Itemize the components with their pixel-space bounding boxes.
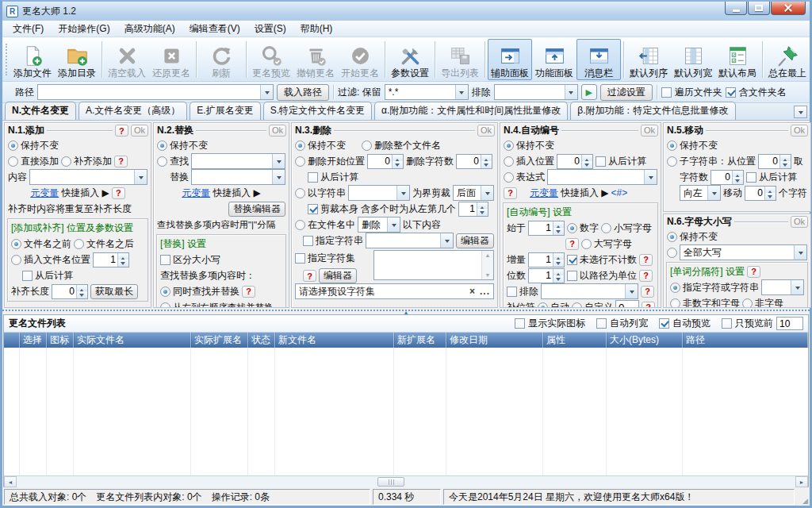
chevron-down-icon[interactable] [455, 85, 468, 99]
tab-overflow-button[interactable] [794, 106, 807, 118]
chevron-down-icon[interactable] [565, 85, 577, 99]
clear-loaded-button[interactable]: 清空载入 [105, 39, 149, 80]
help-button[interactable]: ? [747, 266, 760, 278]
aux-panel-toggle[interactable]: 辅助面板 [488, 39, 532, 80]
exclude-filter-combo[interactable] [494, 84, 578, 100]
n1-from-end-checkbox[interactable] [22, 271, 33, 281]
n2-find-radio[interactable] [157, 156, 167, 167]
n4-custom-pad-input[interactable] [615, 300, 639, 309]
refresh-button[interactable]: 刷新 [199, 39, 243, 80]
help-button[interactable]: ? [641, 286, 654, 298]
n3-charset-box[interactable]: ▲▼ [373, 250, 494, 280]
minimize-button[interactable] [725, 2, 747, 15]
ok-button[interactable]: Ok [791, 216, 808, 228]
column-real-filename[interactable]: 实际文件名 [74, 333, 191, 348]
column-path[interactable]: 路径 [683, 333, 808, 348]
always-on-top-button[interactable]: 总在最上 [765, 39, 810, 80]
n5-count-spinner[interactable] [710, 170, 744, 185]
column-icon[interactable]: 图标 [47, 333, 74, 348]
n3-keep-radio[interactable] [295, 140, 305, 151]
ok-button[interactable]: Ok [477, 125, 495, 137]
close-button[interactable] [771, 2, 806, 15]
n6-spec-char-radio[interactable] [670, 283, 680, 293]
n6-keep-radio[interactable] [667, 232, 677, 242]
preview-limit-checkbox[interactable]: 只预览前 [722, 317, 803, 330]
n4-custom-pad-radio[interactable] [572, 302, 582, 309]
n1-content-combo[interactable] [29, 169, 147, 185]
n3-from-end-checkbox[interactable] [308, 172, 318, 183]
n3-in-name-radio[interactable] [295, 220, 305, 230]
help-button[interactable]: ? [114, 156, 128, 167]
column-select[interactable]: 选择 [20, 333, 47, 348]
preview-rename-button[interactable]: 更名预览 [249, 39, 293, 80]
tab-extension-change[interactable]: E.扩展名变更 [190, 102, 260, 120]
help-button[interactable]: ? [639, 254, 653, 266]
auto-column-width-checkbox[interactable]: 自动列宽 [596, 317, 648, 330]
n4-auto-pad-radio[interactable] [538, 302, 548, 309]
n6-case-combo[interactable]: 全部大写 [680, 244, 807, 260]
tab-specific-files[interactable]: S.特定文件文件名变更 [263, 102, 372, 120]
column-status[interactable]: 状态 [248, 333, 275, 348]
n4-insert-pos-radio[interactable] [504, 156, 514, 167]
n2-meta-variable-link[interactable]: 元变量 [182, 187, 210, 200]
start-rename-button[interactable]: 开始更名 [338, 39, 382, 80]
auto-preview-checkbox[interactable]: 自动预览 [659, 317, 710, 330]
n6-case-radio[interactable] [667, 248, 677, 258]
default-layout-button[interactable]: 默认布局 [715, 39, 760, 80]
export-list-button[interactable]: 导出列表 [438, 39, 482, 80]
message-bar-toggle[interactable]: 消息栏 [576, 39, 621, 80]
menu-view[interactable]: 编辑查看(V) [182, 21, 247, 37]
n4-skip-unselected-checkbox[interactable] [567, 255, 577, 265]
ok-button[interactable]: Ok [269, 125, 286, 137]
function-panel-toggle[interactable]: 功能面板 [532, 39, 576, 80]
n4-digits-spinner[interactable] [528, 268, 565, 283]
n5-from-pos-spinner[interactable] [758, 154, 791, 169]
menu-start[interactable]: 开始操作(G) [51, 21, 117, 37]
column-size[interactable]: 大小(Bytes) [607, 333, 683, 348]
menu-settings[interactable]: 设置(S) [247, 21, 293, 37]
tab-filename-advanced[interactable]: A.文件名变更（高级） [79, 102, 187, 120]
n6-separator-combo[interactable] [761, 279, 804, 295]
n2-simultaneous-radio[interactable] [160, 287, 170, 297]
n1-pad-length-spinner[interactable] [52, 284, 88, 299]
n2-keep-radio[interactable] [157, 140, 167, 151]
tab-fileinfo-batch[interactable]: β.附加功能：特定文件信息批量修改 [570, 102, 735, 120]
n3-del-start-radio[interactable] [295, 156, 305, 167]
preview-limit-input[interactable] [776, 317, 803, 330]
n2-replace-combo[interactable] [191, 169, 285, 185]
filter-settings-button[interactable]: 过滤设置 [600, 84, 653, 101]
n4-expression-combo[interactable] [547, 169, 657, 185]
chevron-down-icon[interactable] [260, 85, 273, 99]
n4-keep-radio[interactable] [504, 140, 514, 151]
n3-preset-charset-picker[interactable]: 请选择预设字符集 × ... [295, 283, 494, 299]
n3-spec-set-checkbox[interactable] [295, 253, 305, 264]
help-button[interactable]: ? [115, 125, 128, 137]
n5-from-end-checkbox[interactable] [746, 172, 756, 183]
n3-string-editor-button[interactable]: 编辑器 [456, 233, 494, 248]
n3-trim-side-combo[interactable]: 后面 [453, 185, 494, 201]
menu-help[interactable]: 帮助(H) [293, 21, 340, 37]
keep-filter-combo[interactable]: *.* [385, 84, 469, 100]
n4-expression-radio[interactable] [504, 172, 514, 183]
n4-increment-spinner[interactable] [528, 252, 565, 267]
scrollbar[interactable]: ▲▼ [481, 251, 493, 279]
show-real-icons-checkbox[interactable]: 显示实际图标 [515, 317, 585, 330]
ok-button[interactable]: Ok [131, 125, 148, 137]
n3-boundary-string-combo[interactable] [348, 185, 410, 201]
apply-filter-button[interactable]: ▶ [581, 84, 597, 100]
add-files-button[interactable]: 添加文件 [10, 39, 55, 80]
chevron-down-icon[interactable] [481, 186, 493, 200]
n1-before-radio[interactable] [11, 239, 21, 249]
n4-per-path-checkbox[interactable] [567, 271, 577, 281]
chevron-down-icon[interactable] [396, 186, 409, 200]
load-path-button[interactable]: 载入路径 [277, 84, 329, 101]
chevron-down-icon[interactable] [387, 217, 400, 232]
column-new-filename[interactable]: 新文件名 [275, 333, 394, 348]
help-button[interactable]: ? [112, 187, 125, 199]
n2-sequential-radio[interactable] [160, 302, 170, 309]
help-button[interactable]: ? [639, 270, 653, 282]
n2-find-combo[interactable] [191, 153, 285, 169]
scrollbar-thumb[interactable] [377, 477, 404, 487]
traverse-folders-checkbox[interactable]: 遍历文件夹 [661, 86, 722, 99]
n3-set-editor-button[interactable]: 编辑器 [319, 268, 357, 283]
